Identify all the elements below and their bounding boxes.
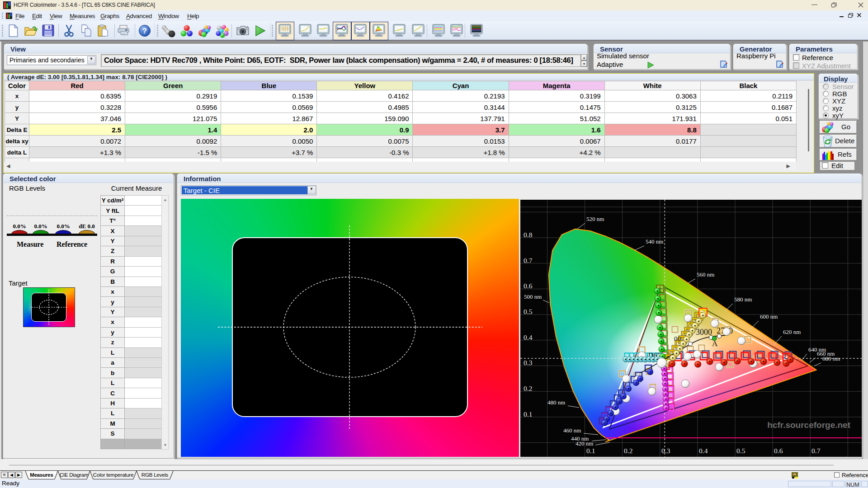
svg-text:540 nm: 540 nm [646, 238, 663, 245]
svg-text:0.2: 0.2 [524, 385, 532, 392]
svg-text:0.1: 0.1 [524, 410, 532, 418]
svg-text:0.7: 0.7 [524, 257, 533, 264]
svg-text:560 nm: 560 nm [697, 271, 714, 278]
svg-text:420 nm: 420 nm [576, 440, 593, 447]
svg-text:0.6: 0.6 [774, 447, 783, 455]
svg-text:0.3: 0.3 [524, 359, 533, 366]
svg-text:0.7: 0.7 [811, 447, 821, 455]
svg-text:0.5: 0.5 [736, 447, 745, 455]
svg-text:0.4: 0.4 [699, 447, 708, 455]
svg-text:580 nm: 580 nm [734, 296, 752, 303]
svg-text:620 nm: 620 nm [783, 328, 801, 335]
svg-text:0.1: 0.1 [586, 447, 595, 455]
svg-text:3000: 3000 [696, 328, 712, 337]
svg-text:?: ? [142, 27, 147, 35]
svg-text:500 nm: 500 nm [524, 293, 542, 300]
svg-text:480 nm: 480 nm [547, 399, 565, 406]
svg-text:460 nm: 460 nm [563, 427, 581, 434]
svg-text:680 nm: 680 nm [822, 355, 840, 362]
svg-text:0.4: 0.4 [524, 333, 533, 341]
svg-text:0.5: 0.5 [524, 308, 533, 315]
svg-text:600 nm: 600 nm [760, 313, 778, 320]
svg-text:00: 00 [674, 335, 681, 343]
svg-text:0.8: 0.8 [524, 231, 533, 239]
svg-text:hcfr.sourceforge.net: hcfr.sourceforge.net [767, 420, 850, 430]
svg-text:0.6: 0.6 [524, 282, 533, 290]
svg-text:0.3: 0.3 [661, 447, 670, 455]
svg-text:520 nm: 520 nm [586, 216, 604, 222]
svg-text:0.2: 0.2 [624, 447, 632, 455]
